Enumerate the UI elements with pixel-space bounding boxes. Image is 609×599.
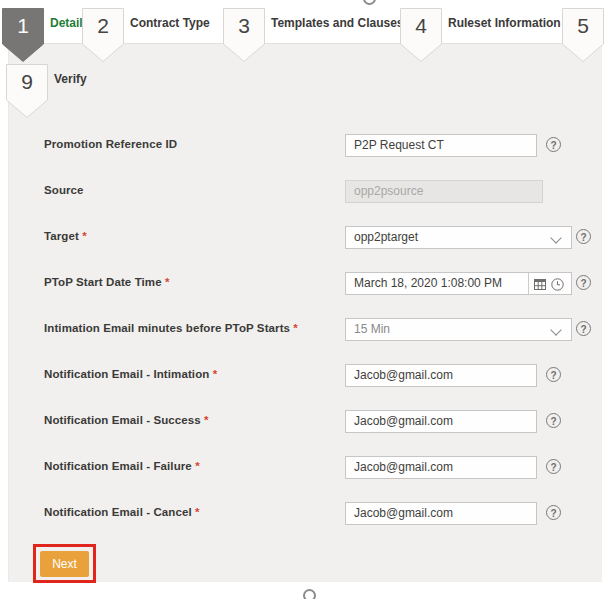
form-row: Notification Email - Intimation *Jacob@g… [0,364,609,387]
form-row: Notification Email - Success *Jacob@gmai… [0,410,609,433]
field-value: Jacob@gmail.com [354,414,453,428]
step-number: 1 [2,13,44,39]
help-icon[interactable]: ? [546,413,561,428]
field-label: Notification Email - Failure * [44,460,200,472]
form-row: Promotion Reference IDP2P Request CT? [0,134,609,157]
dropdown-select[interactable]: 15 Min [345,318,572,341]
required-marker: * [209,368,217,380]
disabled-input: opp2psource [345,180,543,203]
step-number: 4 [400,13,442,39]
required-marker: * [162,276,170,288]
wizard-form-page: 1Details2Contract Type3Templates and Cla… [0,0,609,599]
required-marker: * [290,322,298,334]
form-row: Sourceopp2psource [0,180,609,203]
form-row: Target *opp2ptarget? [0,226,609,249]
field-label: Notification Email - Cancel * [44,506,200,518]
field-value: opp2psource [354,184,423,198]
calendar-icon[interactable] [534,278,546,290]
step-number: 2 [82,13,124,39]
step-label: Ruleset Information [448,16,561,30]
help-icon[interactable]: ? [546,137,561,152]
field-value: P2P Request CT [354,138,444,152]
field-label: Target * [44,230,87,242]
field-label: Intimation Email minutes before PToP Sta… [44,322,298,334]
resize-handle-icon [303,589,316,599]
help-icon[interactable]: ? [576,321,591,336]
form-row: Intimation Email minutes before PToP Sta… [0,318,609,341]
datetime-input[interactable]: March 18, 2020 1:08:00 PM [345,272,572,295]
help-icon[interactable]: ? [546,367,561,382]
required-marker: * [79,230,87,242]
step-number: 3 [223,13,265,39]
wizard-step-1-details[interactable]: 1Details [2,8,44,62]
field-label: Notification Email - Intimation * [44,368,217,380]
clock-icon[interactable] [551,278,564,291]
required-marker: * [192,506,200,518]
field-value: 15 Min [354,322,390,336]
field-value: Jacob@gmail.com [354,460,453,474]
text-input[interactable]: Jacob@gmail.com [345,364,537,387]
help-icon[interactable]: ? [546,459,561,474]
chevron-down-icon [550,324,561,335]
wizard-step-5[interactable]: 5 [562,8,604,62]
dropdown-select[interactable]: opp2ptarget [345,226,572,249]
help-icon[interactable]: ? [546,505,561,520]
form-row: PToP Start Date Time *March 18, 2020 1:0… [0,272,609,295]
text-input[interactable]: Jacob@gmail.com [345,456,537,479]
text-input[interactable]: P2P Request CT [345,134,537,157]
help-icon[interactable]: ? [576,275,591,290]
step-label: Verify [54,72,87,86]
wizard-step-4-ruleset-information[interactable]: 4Ruleset Information [400,8,442,62]
form-row: Notification Email - Failure *Jacob@gmai… [0,456,609,479]
step-label: Contract Type [130,16,210,30]
field-value: March 18, 2020 1:08:00 PM [354,276,502,290]
next-button[interactable]: Next [40,551,89,577]
field-value: Jacob@gmail.com [354,368,453,382]
text-input[interactable]: Jacob@gmail.com [345,410,537,433]
text-input[interactable]: Jacob@gmail.com [345,502,537,525]
field-value: opp2ptarget [354,230,418,244]
step-number: 9 [6,69,48,95]
required-marker: * [192,460,200,472]
datetime-picker-icons [528,273,571,294]
field-label: PToP Start Date Time * [44,276,170,288]
required-marker: * [201,414,209,426]
field-label: Notification Email - Success * [44,414,209,426]
step-label: Templates and Clauses [271,16,404,30]
wizard-step-2-contract-type[interactable]: 2Contract Type [82,8,124,62]
step-number: 5 [562,13,604,39]
field-value: Jacob@gmail.com [354,506,453,520]
help-icon[interactable]: ? [576,229,591,244]
field-label: Promotion Reference ID [44,138,177,150]
form-row: Notification Email - Cancel *Jacob@gmail… [0,502,609,525]
chevron-down-icon [550,232,561,243]
field-label: Source [44,184,84,196]
wizard-step-3-templates-and-clauses[interactable]: 3Templates and Clauses [223,8,265,62]
wizard-step-9-verify[interactable]: 9Verify [6,64,48,118]
resize-handle-icon [363,0,376,5]
